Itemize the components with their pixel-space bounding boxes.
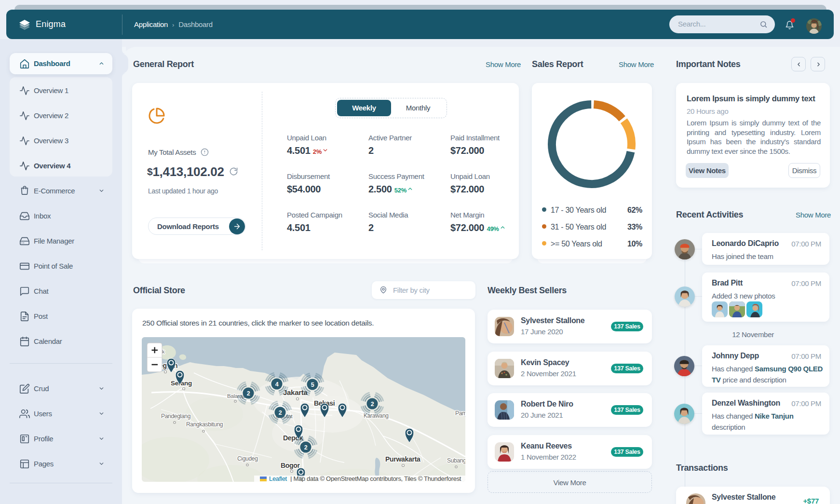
svg-text:| Map data © OpenStreetMap con: | Map data © OpenStreetMap contributors,… — [290, 475, 461, 482]
svg-text:2: 2 — [304, 444, 308, 451]
svg-text:Subang: Subang — [447, 457, 465, 464]
svg-text:2: 2 — [247, 390, 250, 397]
svg-text:Cigudeg: Cigudeg — [237, 455, 258, 462]
svg-text:5: 5 — [311, 381, 314, 388]
svg-text:Pama: Pama — [455, 410, 465, 417]
svg-text:2: 2 — [371, 401, 374, 408]
svg-text:Pandeglang: Pandeglang — [161, 413, 190, 420]
svg-text:2: 2 — [279, 409, 282, 416]
svg-text:Bogor: Bogor — [281, 462, 300, 469]
svg-text:4: 4 — [275, 381, 279, 388]
svg-text:Rangkasbitung: Rangkasbitung — [186, 421, 223, 428]
svg-text:k: k — [162, 349, 165, 354]
svg-text:Leaflet: Leaflet — [269, 475, 287, 482]
svg-text:Purwakarta: Purwakarta — [385, 455, 420, 463]
